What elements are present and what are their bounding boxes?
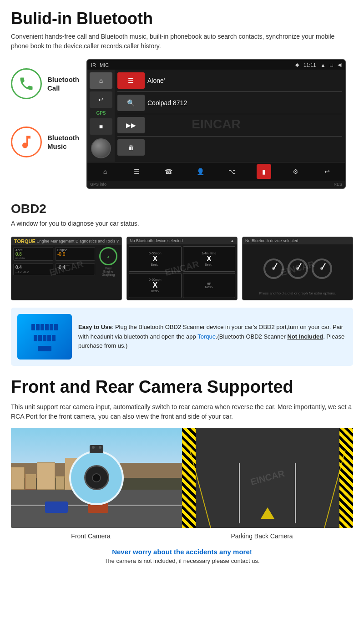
search-btn[interactable]: 🔍 [117, 95, 145, 111]
list-icon-btn[interactable]: ☰ [117, 72, 145, 89]
cell-value-1: X [152, 255, 157, 263]
torque-gauges-area: Accel 0.8 no data Engine -0.6 0.4 [13, 247, 95, 277]
bluetooth-call-icon [11, 68, 42, 99]
guide-line-1 [239, 463, 240, 523]
bottom-phone-icon[interactable]: ☎ [161, 164, 176, 179]
easy-to-use-bold: Easy to Use [78, 324, 112, 330]
bluetooth-description: Convenient hands-free call and Bluetooth… [11, 32, 353, 51]
camera-warning-sub: The camera is not included, if necessary… [13, 557, 351, 564]
screen-bottom-bar: ⌂ ☰ ☎ 👤 ⌥ ▮ ⚙ ↩ [87, 162, 345, 181]
bluetooth-call-label: BluetoothCall [47, 75, 79, 93]
bottom-contacts-icon[interactable]: 👤 [193, 164, 207, 179]
arrows-btn[interactable]: ▶▶ [117, 117, 145, 133]
camera-section: Front and Rear Camera Supported This uni… [11, 377, 353, 566]
obd2-screen-body: 0-60mph X Best:- 1/4mi time X Best:- 0-6… [127, 244, 237, 300]
pin-1 [31, 324, 35, 330]
pin-6 [54, 324, 58, 330]
gauge-2 [288, 258, 308, 279]
bottom-back2-icon[interactable]: ↩ [320, 164, 334, 179]
ir-label: IR [91, 62, 96, 68]
mount-screw-left [92, 446, 95, 449]
contact-name-1: Alone' [147, 77, 165, 84]
pin-8 [38, 335, 42, 341]
mic-label: MIC [100, 62, 109, 68]
camera-mount [90, 445, 103, 453]
camera-description: This unit support rear camera input, aut… [11, 402, 353, 421]
contact-row-1: ☰ Alone' [117, 72, 342, 89]
pin-7 [34, 335, 37, 341]
screen-header-icons: ▲ [230, 238, 234, 243]
obd2-info-text: Easy to Use: Plug the Bluetooth OBD2 Sca… [78, 323, 347, 351]
device-body [30, 322, 60, 351]
car-blue [45, 501, 68, 513]
back-camera-label: Parking Back Camera [231, 532, 293, 540]
gauge-screen-header: No Bluetooth device selected [243, 237, 353, 244]
no-bt-text: No Bluetooth device selected [130, 238, 183, 243]
screen-top-icons: IR MIC [91, 62, 109, 68]
obd2-section: OBD2 A window for you to diagnose your c… [11, 202, 353, 366]
settings-btn[interactable]: ■ [90, 118, 112, 135]
pin-4 [45, 324, 49, 330]
delete-btn[interactable]: 🗑 [117, 139, 145, 156]
obd2-cell-4: HP Max:- [183, 273, 236, 299]
camera-lens-inner [84, 465, 109, 490]
camera-lens-overlay [69, 451, 124, 505]
screen-sidebar: ⌂ ↩ GPS ■ [87, 70, 115, 162]
gauge-no-bt-text: No Bluetooth device selected [245, 238, 298, 243]
parking-arrow-up [261, 507, 274, 519]
volume-knob[interactable] [91, 138, 111, 158]
building-3 [37, 462, 55, 490]
gauge-1 [263, 258, 284, 279]
back-btn[interactable]: ↩ [90, 91, 112, 108]
obd2-title: OBD2 [11, 202, 353, 216]
camera-warning-title: Never worry about the accidents any more… [13, 548, 351, 556]
back-icon: ◀ [338, 62, 341, 68]
pin-2 [36, 324, 40, 330]
camera-lens-dot [92, 473, 101, 482]
bottom-grid-icon[interactable]: ☰ [130, 164, 144, 179]
pin-3 [40, 324, 44, 330]
bottom-active-icon[interactable]: ▮ [257, 164, 271, 179]
contact-row-2: 🔍 Coolpad 8712 [117, 95, 342, 111]
cell-sub-3: Best:- [151, 289, 159, 293]
divider-3 [117, 136, 342, 137]
obd2-cell-3: 0-60mph X Best:- [129, 273, 182, 299]
bottom-settings-icon[interactable]: ⚙ [288, 164, 303, 179]
obd2-description: A window for you to diagnose your car st… [11, 219, 353, 228]
bluetooth-section: Bulid-in Bluetooth Convenient hands-free… [11, 9, 353, 189]
torque-item-engine: Engine -0.6 [55, 247, 95, 261]
parking-scene [182, 428, 353, 528]
divider-1 [117, 91, 342, 92]
window-icon: □ [330, 62, 333, 68]
pin-5 [50, 324, 53, 330]
cell-sub-2: Best:- [205, 263, 213, 266]
bluetooth-music-icon [11, 127, 42, 157]
torque-header: TORQUE Engine Management Diagnostics and… [11, 237, 121, 245]
gauge-needle-3 [321, 263, 326, 269]
feature-icons-col: BluetoothCall BluetoothMusic [11, 59, 79, 157]
bottom-dialpad-icon[interactable]: ⌥ [225, 164, 239, 179]
gps-info-right: RES [334, 182, 342, 187]
cell-label-3: 0-60mph [149, 278, 162, 281]
device-pins-bottom [32, 333, 57, 343]
obd2-cell-2: 1/4mi time X Best:- [183, 246, 236, 272]
home-btn[interactable]: ⌂ [90, 72, 112, 89]
screen-main: ☰ Alone' 🔍 Coolpad 8712 [115, 70, 345, 162]
car-screen: IR MIC ◆ 11:11 ▲ □ ◀ ⌂ ↩ [86, 59, 346, 189]
bottom-home-icon[interactable]: ⌂ [98, 164, 112, 179]
torque-link: Torque [197, 333, 216, 340]
mount-screw-right [99, 446, 101, 449]
torque-labels: FuelEngineGraphing [102, 267, 115, 276]
cell-label-1: 0-60mph [149, 252, 162, 255]
cell-label-2: 1/4mi time [202, 252, 216, 255]
info-text-3: .(Bluetooth OBD2 Scanner [216, 333, 288, 340]
building-1 [11, 467, 25, 490]
building-2 [25, 474, 36, 490]
torque-item-1: 0.4 -0.2 -0.2 [13, 263, 53, 275]
gauge-3 [312, 258, 332, 279]
obd2-data-screen: No Bluetooth device selected ▲ 0-60mph X… [126, 237, 238, 300]
pin-10 [47, 335, 51, 341]
obd2-info-box: Easy to Use: Plug the Bluetooth OBD2 Sca… [11, 308, 353, 366]
torque-screen: TORQUE Engine Management Diagnostics and… [11, 237, 122, 300]
cell-label-4: HP [207, 282, 211, 285]
